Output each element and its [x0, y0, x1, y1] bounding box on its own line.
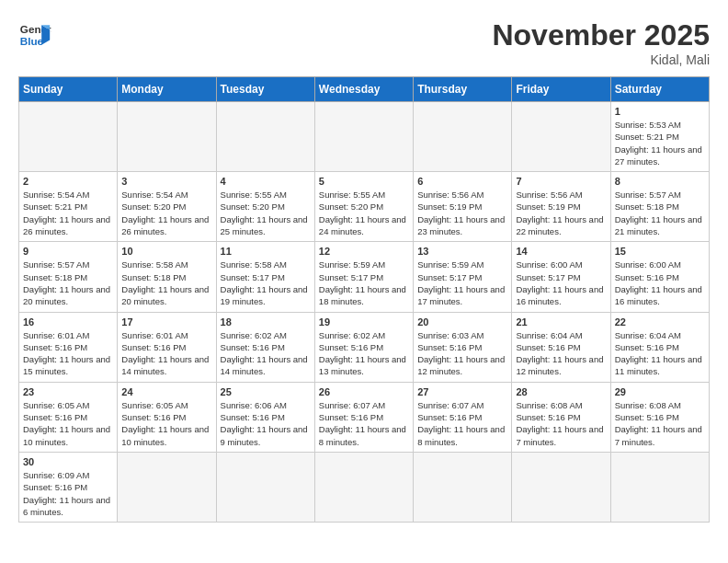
day-info: Sunrise: 6:07 AMSunset: 5:16 PMDaylight:…	[417, 399, 507, 448]
calendar-day-cell	[19, 102, 118, 172]
calendar-day-cell	[118, 102, 216, 172]
calendar-day-cell	[216, 452, 314, 522]
calendar-day-cell: 16Sunrise: 6:01 AMSunset: 5:16 PMDayligh…	[19, 312, 118, 382]
day-number: 3	[121, 176, 211, 187]
day-info: Sunrise: 5:53 AMSunset: 5:21 PMDaylight:…	[615, 119, 705, 167]
day-of-week-header: Friday	[512, 77, 610, 102]
day-info: Sunrise: 6:04 AMSunset: 5:16 PMDaylight:…	[615, 329, 705, 378]
logo: General Blue	[18, 18, 51, 52]
day-number: 2	[23, 176, 113, 187]
calendar-day-cell: 11Sunrise: 5:58 AMSunset: 5:17 PMDayligh…	[216, 242, 314, 312]
calendar-week-row: 23Sunrise: 6:05 AMSunset: 5:16 PMDayligh…	[19, 382, 710, 452]
calendar-day-cell: 14Sunrise: 6:00 AMSunset: 5:17 PMDayligh…	[512, 242, 610, 312]
calendar-day-cell	[314, 102, 413, 172]
calendar-day-cell: 28Sunrise: 6:08 AMSunset: 5:16 PMDayligh…	[512, 382, 610, 452]
day-number: 22	[615, 316, 705, 327]
day-number: 24	[121, 386, 211, 397]
calendar-day-cell: 1Sunrise: 5:53 AMSunset: 5:21 PMDaylight…	[610, 102, 709, 172]
day-of-week-header: Sunday	[19, 77, 118, 102]
day-info: Sunrise: 6:06 AMSunset: 5:16 PMDaylight:…	[221, 399, 311, 448]
calendar-day-cell: 26Sunrise: 6:07 AMSunset: 5:16 PMDayligh…	[314, 382, 413, 452]
calendar-week-row: 2Sunrise: 5:54 AMSunset: 5:21 PMDaylight…	[19, 172, 710, 242]
day-info: Sunrise: 5:59 AMSunset: 5:17 PMDaylight:…	[417, 259, 507, 307]
calendar-day-cell: 12Sunrise: 5:59 AMSunset: 5:17 PMDayligh…	[314, 242, 413, 312]
day-number: 21	[516, 316, 606, 327]
calendar-day-cell: 25Sunrise: 6:06 AMSunset: 5:16 PMDayligh…	[216, 382, 314, 452]
calendar-table: SundayMondayTuesdayWednesdayThursdayFrid…	[18, 76, 710, 523]
day-number: 25	[221, 386, 311, 397]
calendar-day-cell: 15Sunrise: 6:00 AMSunset: 5:16 PMDayligh…	[610, 242, 709, 312]
page-header: General Blue November 2025 Kidal, Mali	[18, 18, 710, 67]
calendar-day-cell: 2Sunrise: 5:54 AMSunset: 5:21 PMDaylight…	[19, 172, 118, 242]
calendar-day-cell: 13Sunrise: 5:59 AMSunset: 5:17 PMDayligh…	[414, 242, 512, 312]
calendar-day-cell: 22Sunrise: 6:04 AMSunset: 5:16 PMDayligh…	[610, 312, 709, 382]
day-info: Sunrise: 5:57 AMSunset: 5:18 PMDaylight:…	[615, 189, 705, 237]
day-info: Sunrise: 5:55 AMSunset: 5:20 PMDaylight:…	[221, 189, 311, 237]
calendar-day-cell: 4Sunrise: 5:55 AMSunset: 5:20 PMDaylight…	[216, 172, 314, 242]
day-info: Sunrise: 6:02 AMSunset: 5:16 PMDaylight:…	[319, 329, 409, 378]
day-number: 4	[221, 176, 311, 187]
calendar-day-cell: 30Sunrise: 6:09 AMSunset: 5:16 PMDayligh…	[19, 452, 118, 522]
calendar-day-cell: 24Sunrise: 6:05 AMSunset: 5:16 PMDayligh…	[118, 382, 216, 452]
day-info: Sunrise: 6:00 AMSunset: 5:17 PMDaylight:…	[516, 259, 606, 307]
calendar-day-cell: 17Sunrise: 6:01 AMSunset: 5:16 PMDayligh…	[118, 312, 216, 382]
day-of-week-header: Saturday	[610, 77, 709, 102]
calendar-day-cell	[216, 102, 314, 172]
day-of-week-header: Thursday	[414, 77, 512, 102]
calendar-day-cell: 19Sunrise: 6:02 AMSunset: 5:16 PMDayligh…	[314, 312, 413, 382]
calendar-day-cell: 8Sunrise: 5:57 AMSunset: 5:18 PMDaylight…	[610, 172, 709, 242]
day-number: 10	[121, 246, 211, 257]
calendar-day-cell: 29Sunrise: 6:08 AMSunset: 5:16 PMDayligh…	[610, 382, 709, 452]
calendar-day-cell: 3Sunrise: 5:54 AMSunset: 5:20 PMDaylight…	[118, 172, 216, 242]
calendar-header-row: SundayMondayTuesdayWednesdayThursdayFrid…	[19, 77, 710, 102]
day-number: 12	[319, 246, 409, 257]
day-number: 6	[417, 176, 507, 187]
day-number: 5	[319, 176, 409, 187]
day-number: 27	[417, 386, 507, 397]
calendar-day-cell	[118, 452, 216, 522]
day-number: 15	[615, 246, 705, 257]
day-number: 7	[516, 176, 606, 187]
svg-text:Blue: Blue	[20, 35, 44, 47]
day-number: 26	[319, 386, 409, 397]
day-number: 13	[417, 246, 507, 257]
day-number: 17	[121, 316, 211, 327]
day-info: Sunrise: 5:56 AMSunset: 5:19 PMDaylight:…	[417, 189, 507, 237]
day-of-week-header: Wednesday	[314, 77, 413, 102]
day-info: Sunrise: 5:58 AMSunset: 5:17 PMDaylight:…	[221, 259, 311, 307]
calendar-day-cell: 5Sunrise: 5:55 AMSunset: 5:20 PMDaylight…	[314, 172, 413, 242]
day-info: Sunrise: 5:59 AMSunset: 5:17 PMDaylight:…	[319, 259, 409, 307]
calendar-day-cell: 27Sunrise: 6:07 AMSunset: 5:16 PMDayligh…	[414, 382, 512, 452]
day-info: Sunrise: 5:57 AMSunset: 5:18 PMDaylight:…	[23, 259, 113, 307]
calendar-week-row: 30Sunrise: 6:09 AMSunset: 5:16 PMDayligh…	[19, 452, 710, 522]
day-info: Sunrise: 6:00 AMSunset: 5:16 PMDaylight:…	[615, 259, 705, 307]
day-number: 19	[319, 316, 409, 327]
calendar-day-cell: 9Sunrise: 5:57 AMSunset: 5:18 PMDaylight…	[19, 242, 118, 312]
day-info: Sunrise: 5:56 AMSunset: 5:19 PMDaylight:…	[516, 189, 606, 237]
calendar-day-cell: 6Sunrise: 5:56 AMSunset: 5:19 PMDaylight…	[414, 172, 512, 242]
day-number: 23	[23, 386, 113, 397]
title-block: November 2025 Kidal, Mali	[492, 18, 710, 67]
day-info: Sunrise: 6:05 AMSunset: 5:16 PMDaylight:…	[23, 399, 113, 448]
calendar-day-cell	[314, 452, 413, 522]
day-info: Sunrise: 5:58 AMSunset: 5:18 PMDaylight:…	[121, 259, 211, 307]
day-info: Sunrise: 6:01 AMSunset: 5:16 PMDaylight:…	[23, 329, 113, 378]
day-number: 8	[615, 176, 705, 187]
calendar-week-row: 16Sunrise: 6:01 AMSunset: 5:16 PMDayligh…	[19, 312, 710, 382]
day-of-week-header: Monday	[118, 77, 216, 102]
day-info: Sunrise: 5:54 AMSunset: 5:21 PMDaylight:…	[23, 189, 113, 237]
calendar-day-cell	[414, 452, 512, 522]
day-info: Sunrise: 6:02 AMSunset: 5:16 PMDaylight:…	[221, 329, 311, 378]
day-info: Sunrise: 6:03 AMSunset: 5:16 PMDaylight:…	[417, 329, 507, 378]
calendar-day-cell: 21Sunrise: 6:04 AMSunset: 5:16 PMDayligh…	[512, 312, 610, 382]
calendar-day-cell: 7Sunrise: 5:56 AMSunset: 5:19 PMDaylight…	[512, 172, 610, 242]
logo-icon: General Blue	[18, 18, 51, 52]
day-number: 16	[23, 316, 113, 327]
day-info: Sunrise: 6:09 AMSunset: 5:16 PMDaylight:…	[23, 469, 113, 518]
day-number: 18	[221, 316, 311, 327]
day-number: 1	[615, 106, 705, 117]
calendar-day-cell: 10Sunrise: 5:58 AMSunset: 5:18 PMDayligh…	[118, 242, 216, 312]
calendar-day-cell: 20Sunrise: 6:03 AMSunset: 5:16 PMDayligh…	[414, 312, 512, 382]
calendar-day-cell	[414, 102, 512, 172]
day-number: 14	[516, 246, 606, 257]
